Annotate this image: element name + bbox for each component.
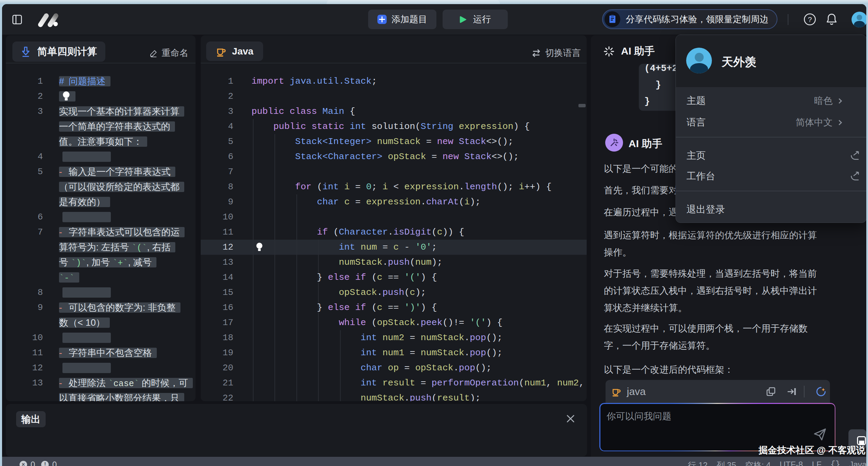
svg-text:?: ?	[808, 15, 812, 23]
